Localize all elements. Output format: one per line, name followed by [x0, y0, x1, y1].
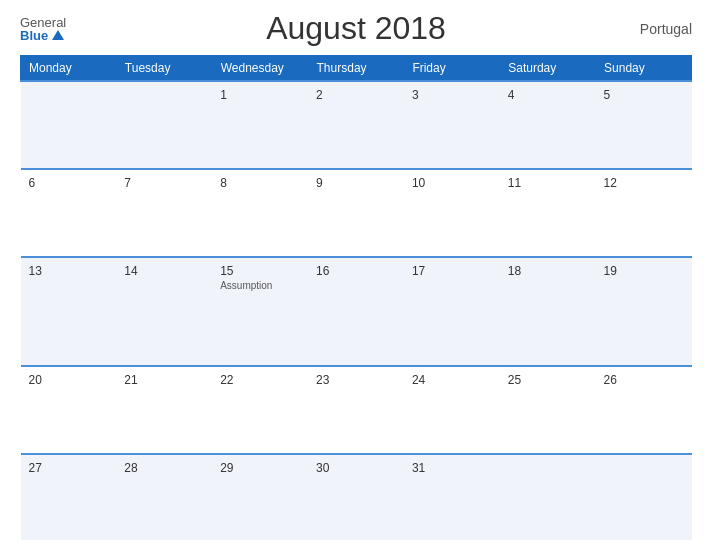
day-number: 11 [508, 176, 521, 190]
header-sunday: Sunday [596, 56, 692, 82]
day-number: 26 [604, 373, 617, 387]
day-number: 16 [316, 264, 329, 278]
calendar-cell: 8 [212, 169, 308, 257]
day-number: 14 [124, 264, 137, 278]
calendar-cell: 13 [21, 257, 117, 367]
day-number: 10 [412, 176, 425, 190]
calendar-cell: 2 [308, 81, 404, 169]
calendar-cell: 28 [116, 454, 212, 540]
calendar-container: General Blue August 2018 Portugal Monday… [0, 0, 712, 550]
logo-blue-text: Blue [20, 29, 64, 42]
logo: General Blue [20, 16, 66, 42]
calendar-week-row: 20212223242526 [21, 366, 692, 454]
calendar-cell: 29 [212, 454, 308, 540]
day-number: 12 [604, 176, 617, 190]
calendar-cell: 10 [404, 169, 500, 257]
calendar-cell: 7 [116, 169, 212, 257]
day-number: 21 [124, 373, 137, 387]
day-number: 24 [412, 373, 425, 387]
calendar-cell: 11 [500, 169, 596, 257]
calendar-cell [500, 454, 596, 540]
calendar-cell: 9 [308, 169, 404, 257]
day-number: 29 [220, 461, 233, 475]
calendar-cell: 16 [308, 257, 404, 367]
header-saturday: Saturday [500, 56, 596, 82]
weekday-header-row: Monday Tuesday Wednesday Thursday Friday… [21, 56, 692, 82]
day-number: 19 [604, 264, 617, 278]
logo-triangle-icon [52, 30, 64, 40]
calendar-cell: 24 [404, 366, 500, 454]
calendar-cell: 25 [500, 366, 596, 454]
calendar-week-row: 6789101112 [21, 169, 692, 257]
day-number: 20 [29, 373, 42, 387]
calendar-cell: 12 [596, 169, 692, 257]
day-number: 28 [124, 461, 137, 475]
day-number: 15 [220, 264, 233, 278]
day-number: 31 [412, 461, 425, 475]
calendar-cell: 31 [404, 454, 500, 540]
calendar-cell: 15Assumption [212, 257, 308, 367]
calendar-cell [116, 81, 212, 169]
holiday-name: Assumption [220, 280, 300, 291]
calendar-cell: 3 [404, 81, 500, 169]
calendar-cell: 18 [500, 257, 596, 367]
day-number: 3 [412, 88, 419, 102]
day-number: 23 [316, 373, 329, 387]
day-number: 1 [220, 88, 227, 102]
calendar-cell: 30 [308, 454, 404, 540]
day-number: 5 [604, 88, 611, 102]
day-number: 9 [316, 176, 323, 190]
day-number: 17 [412, 264, 425, 278]
calendar-cell: 17 [404, 257, 500, 367]
day-number: 8 [220, 176, 227, 190]
day-number: 30 [316, 461, 329, 475]
day-number: 25 [508, 373, 521, 387]
header-friday: Friday [404, 56, 500, 82]
calendar-cell: 6 [21, 169, 117, 257]
calendar-cell [596, 454, 692, 540]
calendar-cell: 27 [21, 454, 117, 540]
calendar-cell: 20 [21, 366, 117, 454]
day-number: 13 [29, 264, 42, 278]
calendar-title: August 2018 [266, 10, 446, 47]
calendar-cell: 4 [500, 81, 596, 169]
calendar-week-row: 12345 [21, 81, 692, 169]
day-number: 4 [508, 88, 515, 102]
header-monday: Monday [21, 56, 117, 82]
calendar-cell: 23 [308, 366, 404, 454]
calendar-cell: 21 [116, 366, 212, 454]
calendar-header: General Blue August 2018 Portugal [20, 10, 692, 47]
calendar-cell: 5 [596, 81, 692, 169]
calendar-cell: 19 [596, 257, 692, 367]
calendar-table: Monday Tuesday Wednesday Thursday Friday… [20, 55, 692, 540]
calendar-cell: 1 [212, 81, 308, 169]
country-label: Portugal [640, 21, 692, 37]
calendar-week-row: 131415Assumption16171819 [21, 257, 692, 367]
day-number: 6 [29, 176, 36, 190]
calendar-cell: 14 [116, 257, 212, 367]
day-number: 27 [29, 461, 42, 475]
day-number: 18 [508, 264, 521, 278]
header-thursday: Thursday [308, 56, 404, 82]
day-number: 2 [316, 88, 323, 102]
day-number: 7 [124, 176, 131, 190]
header-wednesday: Wednesday [212, 56, 308, 82]
calendar-cell: 22 [212, 366, 308, 454]
calendar-week-row: 2728293031 [21, 454, 692, 540]
header-tuesday: Tuesday [116, 56, 212, 82]
calendar-cell: 26 [596, 366, 692, 454]
calendar-cell [21, 81, 117, 169]
day-number: 22 [220, 373, 233, 387]
